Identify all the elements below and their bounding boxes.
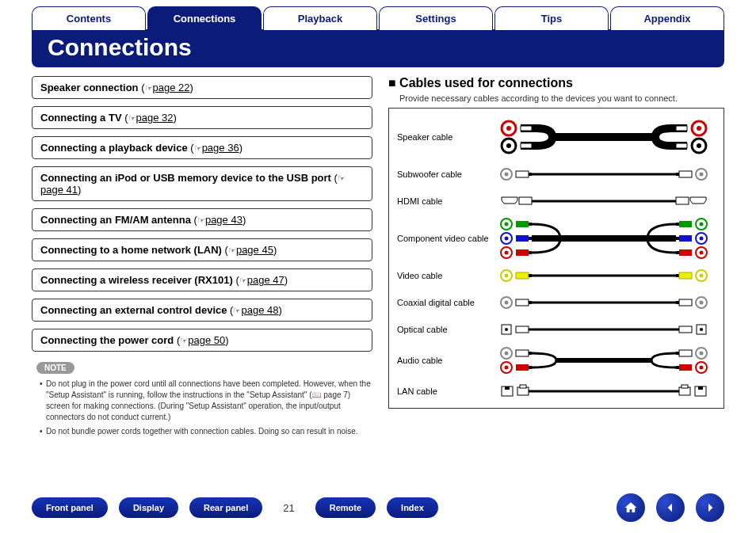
front-panel-button[interactable]: Front panel bbox=[32, 497, 108, 518]
svg-point-57 bbox=[700, 274, 704, 278]
tab-tips[interactable]: Tips bbox=[494, 6, 609, 30]
page-link[interactable]: page 50 bbox=[188, 334, 225, 346]
svg-rect-18 bbox=[679, 171, 692, 177]
note-item: Do not bundle power cords together with … bbox=[40, 426, 372, 437]
link-external-control[interactable]: Connecting an external control device (☞… bbox=[32, 299, 372, 322]
svg-rect-64 bbox=[679, 299, 692, 306]
svg-point-13 bbox=[505, 173, 509, 177]
link-label: Speaker connection bbox=[40, 82, 139, 93]
svg-point-68 bbox=[505, 328, 508, 331]
svg-rect-10 bbox=[676, 126, 687, 131]
tab-playback[interactable]: Playback bbox=[263, 6, 377, 30]
cable-row-coaxial: Coaxial digital cable bbox=[397, 289, 716, 316]
svg-rect-23 bbox=[676, 197, 689, 204]
optical-cable-icon bbox=[492, 322, 716, 337]
link-label: Connecting a playback device bbox=[40, 142, 188, 154]
svg-rect-8 bbox=[521, 126, 532, 131]
page-link[interactable]: page 47 bbox=[247, 274, 284, 286]
link-speaker[interactable]: Speaker connection (☞page 22) bbox=[32, 76, 372, 99]
display-button[interactable]: Display bbox=[119, 497, 178, 518]
page-link[interactable]: page 43 bbox=[205, 214, 242, 226]
hand-icon: ☞ bbox=[194, 143, 202, 153]
svg-rect-34 bbox=[516, 235, 529, 242]
svg-rect-38 bbox=[679, 235, 692, 242]
svg-point-20 bbox=[700, 173, 704, 177]
link-label: Connecting a TV bbox=[40, 112, 122, 124]
svg-rect-94 bbox=[520, 385, 526, 388]
page-link[interactable]: page 36 bbox=[202, 142, 239, 154]
cable-row-audio: Audio cable bbox=[397, 343, 716, 378]
tab-settings[interactable]: Settings bbox=[379, 6, 493, 30]
svg-rect-77 bbox=[529, 352, 532, 355]
page-link[interactable]: page 32 bbox=[136, 112, 174, 124]
cable-row-lan: LAN cable bbox=[397, 378, 716, 405]
cable-label: HDMI cable bbox=[397, 196, 492, 206]
svg-rect-85 bbox=[676, 352, 679, 355]
svg-rect-51 bbox=[516, 272, 529, 279]
page-title: Connections bbox=[32, 29, 724, 67]
link-tv[interactable]: Connecting a TV (☞page 32) bbox=[32, 106, 372, 129]
rear-panel-button[interactable]: Rear panel bbox=[189, 497, 262, 518]
video-cable-icon bbox=[492, 268, 716, 284]
audio-cable-icon bbox=[492, 345, 716, 376]
cable-row-optical: Optical cable bbox=[397, 316, 716, 343]
link-usb[interactable]: Connecting an iPod or USB memory device … bbox=[32, 166, 372, 201]
tab-contents[interactable]: Contents bbox=[32, 6, 146, 30]
cable-row-video: Video cable bbox=[397, 262, 716, 289]
tab-bar: Contents Connections Playback Settings T… bbox=[0, 0, 756, 30]
link-lan[interactable]: Connecting to a home network (LAN) (☞pag… bbox=[32, 238, 372, 261]
link-wireless[interactable]: Connecting a wireless receiver (RX101) (… bbox=[32, 268, 372, 291]
forward-icon[interactable] bbox=[696, 493, 724, 522]
page-link[interactable]: page 41 bbox=[40, 184, 78, 196]
cable-label: Audio cable bbox=[397, 356, 492, 365]
svg-point-45 bbox=[700, 251, 704, 255]
svg-rect-11 bbox=[676, 143, 687, 148]
svg-point-29 bbox=[700, 223, 704, 227]
svg-rect-61 bbox=[529, 301, 532, 304]
svg-rect-42 bbox=[516, 249, 529, 256]
note-badge: NOTE bbox=[36, 362, 74, 374]
cable-row-component: Component video cable bbox=[397, 215, 716, 262]
link-label: Connecting an external control device bbox=[40, 304, 227, 316]
svg-rect-31 bbox=[676, 223, 679, 226]
tab-connections[interactable]: Connections bbox=[147, 6, 262, 30]
svg-point-87 bbox=[700, 366, 704, 370]
cable-label: Speaker cable bbox=[397, 132, 492, 142]
svg-rect-30 bbox=[679, 221, 692, 227]
link-antenna[interactable]: Connecting an FM/AM antenna (☞page 43) bbox=[32, 208, 372, 231]
svg-rect-43 bbox=[529, 251, 532, 254]
svg-rect-21 bbox=[519, 197, 532, 204]
svg-rect-97 bbox=[682, 385, 688, 388]
back-icon[interactable] bbox=[656, 493, 685, 522]
svg-point-41 bbox=[505, 251, 509, 255]
page-link[interactable]: page 48 bbox=[241, 304, 278, 316]
link-label: Connecting an iPod or USB memory device … bbox=[40, 172, 331, 184]
cable-row-hdmi: HDMI cable bbox=[397, 188, 716, 215]
tab-appendix[interactable]: Appendix bbox=[610, 6, 724, 30]
remote-button[interactable]: Remote bbox=[315, 497, 376, 518]
home-icon[interactable] bbox=[617, 493, 645, 522]
svg-rect-89 bbox=[676, 366, 679, 369]
page-link[interactable]: page 45 bbox=[236, 244, 273, 256]
cable-label: Coaxial digital cable bbox=[397, 298, 492, 307]
cable-label: Component video cable bbox=[397, 234, 492, 243]
hand-icon: ☞ bbox=[197, 215, 205, 225]
svg-point-59 bbox=[505, 301, 509, 305]
cable-label: Optical cable bbox=[397, 325, 492, 334]
note-list: Do not plug in the power cord until all … bbox=[32, 379, 372, 437]
svg-rect-52 bbox=[529, 274, 532, 277]
footer: Front panel Display Rear panel 21 Remote… bbox=[0, 493, 756, 522]
cable-row-subwoofer: Subwoofer cable bbox=[397, 161, 716, 188]
svg-rect-26 bbox=[516, 221, 529, 227]
link-label: Connecting the power cord bbox=[40, 334, 174, 346]
link-playback-device[interactable]: Connecting a playback device (☞page 36) bbox=[32, 136, 372, 159]
svg-point-7 bbox=[697, 143, 701, 148]
page-link[interactable]: page 22 bbox=[153, 82, 190, 93]
link-label: Connecting an FM/AM antenna bbox=[40, 214, 191, 226]
svg-point-1 bbox=[506, 126, 511, 131]
index-button[interactable]: Index bbox=[387, 497, 438, 518]
svg-rect-60 bbox=[516, 299, 529, 306]
svg-rect-92 bbox=[505, 386, 510, 390]
hand-icon: ☞ bbox=[338, 173, 346, 183]
link-power-cord[interactable]: Connecting the power cord (☞page 50) bbox=[32, 329, 372, 352]
